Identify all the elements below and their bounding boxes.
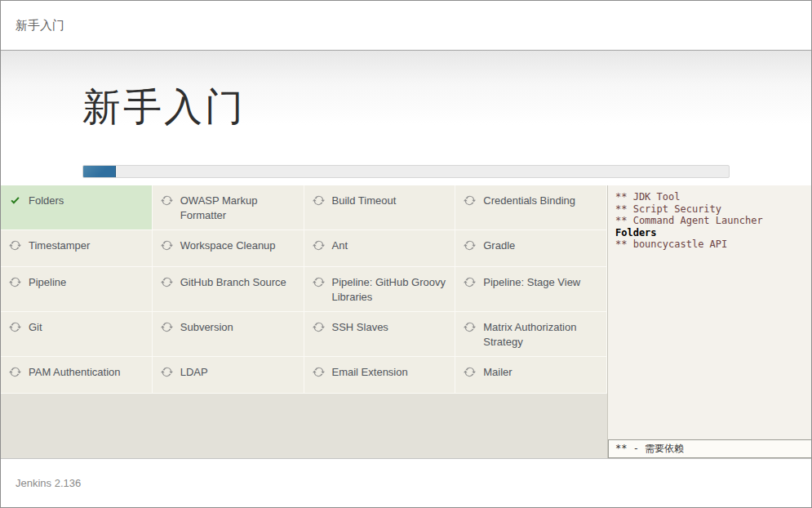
log-line: Folders <box>615 227 804 239</box>
plugin-label: Credentials Binding <box>483 193 575 208</box>
plugin-cell: Folders <box>1 185 153 230</box>
main-area: Folders OWASP Markup Formatter <box>1 185 811 458</box>
plugin-cell: Credentials Binding <box>455 185 607 230</box>
refresh-icon <box>9 321 21 333</box>
jenkins-setup-wizard: 新手入门 新手入门 <box>0 0 812 508</box>
plugin-label: LDAP <box>180 364 208 380</box>
refresh-icon <box>464 276 476 288</box>
plugin-label: Folders <box>29 193 64 208</box>
plugin-label: Build Timeout <box>332 193 397 208</box>
progress-fill <box>83 166 116 177</box>
footer: Jenkins 2.136 <box>1 458 811 507</box>
plugin-cell: Matrix Authorization Strategy <box>455 312 607 357</box>
plugin-cell: LDAP <box>153 357 304 394</box>
plugin-cell: Gradle <box>455 230 607 267</box>
progress-bar <box>82 165 730 178</box>
plugin-label: Timestamper <box>29 238 90 253</box>
plugin-label: Git <box>29 319 42 335</box>
plugin-label: GitHub Branch Source <box>180 274 286 290</box>
refresh-icon <box>161 239 173 252</box>
refresh-icon <box>161 321 173 333</box>
plugin-cell: Workspace Cleanup <box>153 230 304 267</box>
plugin-cell: OWASP Markup Formatter <box>153 185 304 230</box>
plugin-label: OWASP Markup Formatter <box>180 193 295 222</box>
hero-panel: 新手入门 <box>1 51 811 185</box>
plugin-label: Mailer <box>483 364 512 380</box>
dependency-legend: ** - 需要依赖 <box>608 439 811 458</box>
install-log-panel: ** JDK Tool** Script Security** Command … <box>607 185 811 458</box>
refresh-icon <box>161 276 173 288</box>
plugin-label: PAM Authentication <box>29 364 121 380</box>
plugin-cell: GitHub Branch Source <box>153 267 304 312</box>
plugin-label: SSH Slaves <box>332 319 388 335</box>
plugin-cell: Timestamper <box>1 230 153 267</box>
plugin-cell: Subversion <box>153 312 304 357</box>
plugin-cell: Build Timeout <box>304 185 456 230</box>
plugin-cell: SSH Slaves <box>304 312 456 357</box>
check-icon <box>9 194 21 207</box>
refresh-icon <box>313 366 325 378</box>
refresh-icon <box>9 239 21 252</box>
refresh-icon <box>464 321 476 333</box>
refresh-icon <box>9 276 21 288</box>
plugin-cell: Pipeline: GitHub Groovy Libraries <box>304 267 456 312</box>
plugin-label: Workspace Cleanup <box>180 238 276 253</box>
refresh-icon <box>313 239 325 252</box>
refresh-icon <box>161 366 173 378</box>
plugin-label: Pipeline: Stage View <box>483 274 580 290</box>
refresh-icon <box>313 321 325 333</box>
plugin-label: Ant <box>332 238 348 253</box>
log-line: ** bouncycastle API <box>615 238 804 251</box>
hero-title: 新手入门 <box>82 82 246 133</box>
refresh-icon <box>464 194 476 207</box>
plugin-label: Subversion <box>180 319 233 335</box>
refresh-icon <box>464 239 476 252</box>
log-line-text: ** Command Agent Launcher <box>615 215 763 226</box>
refresh-icon <box>161 194 173 207</box>
plugin-cell: Pipeline: Stage View <box>455 267 607 312</box>
plugin-label: Email Extension <box>332 364 408 380</box>
refresh-icon <box>9 366 21 378</box>
plugin-cell: Ant <box>304 230 456 267</box>
jenkins-version: Jenkins 2.136 <box>16 477 81 489</box>
install-log: ** JDK Tool** Script Security** Command … <box>608 185 811 439</box>
refresh-icon <box>464 366 476 378</box>
log-line-text: ** bouncycastle API <box>615 238 727 250</box>
plugin-cell: Git <box>1 312 153 357</box>
log-line-text: ** JDK Tool <box>615 191 680 203</box>
plugin-label: Gradle <box>483 238 515 253</box>
refresh-icon <box>313 276 325 288</box>
plugin-label: Matrix Authorization Strategy <box>483 319 598 349</box>
topbar: 新手入门 <box>1 1 811 51</box>
log-line: ** Script Security <box>615 203 804 216</box>
log-line-text: Folders <box>615 227 657 238</box>
refresh-icon <box>313 194 325 207</box>
plugin-cell: Email Extension <box>304 357 456 394</box>
plugin-label: Pipeline <box>29 274 66 290</box>
page-title: 新手入门 <box>16 18 64 33</box>
log-line: ** Command Agent Launcher <box>615 215 804 227</box>
log-line: ** JDK Tool <box>615 191 804 203</box>
plugin-cell: Mailer <box>455 357 607 394</box>
plugin-cell: Pipeline <box>1 267 153 312</box>
plugin-grid: Folders OWASP Markup Formatter <box>1 185 607 458</box>
plugin-cell: PAM Authentication <box>1 357 153 394</box>
plugin-label: Pipeline: GitHub Groovy Libraries <box>332 274 447 304</box>
log-line-text: ** Script Security <box>615 203 721 215</box>
